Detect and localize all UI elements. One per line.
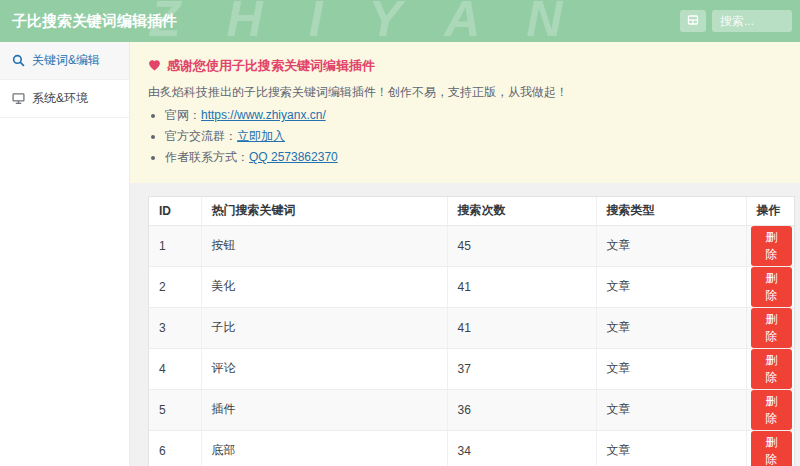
cell-count: 41 (447, 307, 596, 348)
list-item: 官网：https://www.zhiyanx.cn/ (165, 107, 780, 124)
table-row: 1按钮45文章删除 (149, 225, 795, 266)
notice-links-list: 官网：https://www.zhiyanx.cn/ 官方交流群：立即加入 作者… (148, 107, 780, 166)
table-row: 2美化41文章删除 (149, 266, 795, 307)
cell-keyword: 插件 (201, 389, 447, 430)
list-item: 作者联系方式：QQ 2573862370 (165, 149, 780, 166)
col-keyword: 热门搜索关键词 (201, 197, 447, 225)
table-header-row: ID 热门搜索关键词 搜索次数 搜索类型 操作 (149, 197, 795, 225)
cell-keyword: 子比 (201, 307, 447, 348)
cell-id: 4 (149, 348, 201, 389)
header-bar: ZHIYAN 子比搜索关键词编辑插件 (0, 0, 800, 42)
notice-title-row: 感谢您使用子比搜索关键词编辑插件 (148, 57, 780, 75)
expand-icon (687, 14, 699, 29)
system-icon (12, 92, 25, 105)
header-search-input[interactable] (712, 10, 792, 32)
header-actions (680, 10, 792, 32)
cell-type: 文章 (596, 389, 746, 430)
page-title: 子比搜索关键词编辑插件 (12, 12, 177, 31)
sidebar-item-label: 关键词&编辑 (32, 52, 100, 69)
cell-action: 删除 (746, 225, 795, 266)
official-site-link[interactable]: https://www.zhiyanx.cn/ (201, 108, 326, 122)
cell-type: 文章 (596, 430, 746, 466)
bullet-label: 作者联系方式： (165, 150, 249, 164)
main-content: 感谢您使用子比搜索关键词编辑插件 由炙焰科技推出的子比搜索关键词编辑插件！创作不… (130, 42, 800, 466)
cell-type: 文章 (596, 225, 746, 266)
cell-id: 6 (149, 430, 201, 466)
notice-title: 感谢您使用子比搜索关键词编辑插件 (167, 57, 375, 75)
heart-icon (148, 59, 161, 74)
cell-keyword: 按钮 (201, 225, 447, 266)
cell-count: 34 (447, 430, 596, 466)
cell-id: 5 (149, 389, 201, 430)
table-row: 5插件36文章删除 (149, 389, 795, 430)
delete-button[interactable]: 删除 (751, 349, 793, 389)
join-group-link[interactable]: 立即加入 (237, 129, 285, 143)
cell-action: 删除 (746, 430, 795, 466)
search-icon (12, 54, 25, 67)
cell-action: 删除 (746, 389, 795, 430)
cell-keyword: 美化 (201, 266, 447, 307)
delete-button[interactable]: 删除 (751, 226, 793, 266)
expand-button[interactable] (680, 10, 706, 32)
cell-type: 文章 (596, 348, 746, 389)
welcome-notice: 感谢您使用子比搜索关键词编辑插件 由炙焰科技推出的子比搜索关键词编辑插件！创作不… (130, 42, 800, 183)
delete-button[interactable]: 删除 (751, 431, 793, 466)
cell-type: 文章 (596, 307, 746, 348)
cell-id: 1 (149, 225, 201, 266)
cell-count: 45 (447, 225, 596, 266)
bullet-label: 官网： (165, 108, 201, 122)
cell-action: 删除 (746, 266, 795, 307)
cell-action: 删除 (746, 348, 795, 389)
cell-count: 36 (447, 389, 596, 430)
list-item: 官方交流群：立即加入 (165, 128, 780, 145)
author-qq-link[interactable]: QQ 2573862370 (249, 150, 338, 164)
col-id: ID (149, 197, 201, 225)
cell-keyword: 评论 (201, 348, 447, 389)
table-row: 4评论37文章删除 (149, 348, 795, 389)
sidebar-item-label: 系统&环境 (32, 90, 88, 107)
bullet-label: 官方交流群： (165, 129, 237, 143)
cell-id: 3 (149, 307, 201, 348)
col-action: 操作 (746, 197, 795, 225)
delete-button[interactable]: 删除 (751, 308, 793, 348)
sidebar: 关键词&编辑 系统&环境 (0, 42, 130, 466)
cell-count: 37 (447, 348, 596, 389)
cell-type: 文章 (596, 266, 746, 307)
notice-description: 由炙焰科技推出的子比搜索关键词编辑插件！创作不易，支持正版，从我做起！ (148, 84, 780, 101)
table-body: 1按钮45文章删除2美化41文章删除3子比41文章删除4评论37文章删除5插件3… (149, 225, 795, 466)
cell-keyword: 底部 (201, 430, 447, 466)
cell-action: 删除 (746, 307, 795, 348)
col-type: 搜索类型 (596, 197, 746, 225)
table-row: 3子比41文章删除 (149, 307, 795, 348)
sidebar-item-system-env[interactable]: 系统&环境 (0, 80, 129, 118)
keywords-table: ID 热门搜索关键词 搜索次数 搜索类型 操作 1按钮45文章删除2美化41文章… (149, 197, 795, 466)
cell-count: 41 (447, 266, 596, 307)
cell-id: 2 (149, 266, 201, 307)
delete-button[interactable]: 删除 (751, 267, 793, 307)
col-count: 搜索次数 (447, 197, 596, 225)
sidebar-item-keywords-edit[interactable]: 关键词&编辑 (0, 42, 129, 80)
brand-watermark: ZHIYAN (150, 0, 608, 42)
keywords-table-card: ID 热门搜索关键词 搜索次数 搜索类型 操作 1按钮45文章删除2美化41文章… (148, 196, 795, 466)
table-row: 6底部34文章删除 (149, 430, 795, 466)
delete-button[interactable]: 删除 (751, 390, 793, 430)
